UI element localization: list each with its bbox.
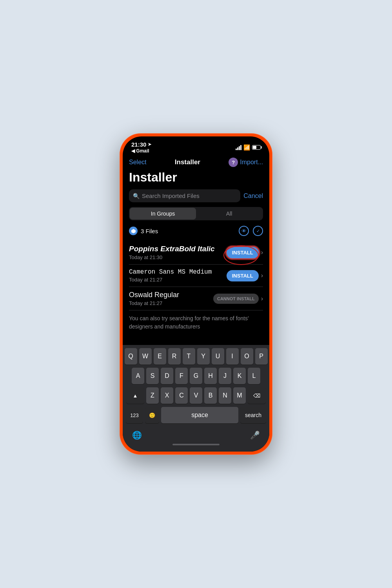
cannot-install-button: CANNOT INSTALL (213, 294, 259, 304)
key-q[interactable]: Q (125, 348, 137, 365)
page-title: Installer (129, 170, 263, 185)
font-name-poppins: Poppins ExtraBold Italic (129, 245, 223, 253)
font-name-cameron: Cameron Sans MS Medium (129, 269, 223, 276)
files-actions: 👁 ✓ (239, 226, 263, 236)
key-w[interactable]: W (139, 348, 152, 365)
battery-icon (252, 145, 261, 150)
key-j[interactable]: J (219, 368, 231, 384)
microphone-icon[interactable]: 🎤 (250, 430, 260, 440)
key-f[interactable]: F (175, 368, 188, 384)
import-label[interactable]: Import... (240, 159, 263, 166)
font-list: Poppins ExtraBold Italic Today at 21:30 … (129, 241, 263, 345)
shift-icon: ▲ (133, 393, 138, 399)
search-bar: 🔍 Cancel (129, 189, 263, 202)
key-z[interactable]: Z (146, 387, 159, 404)
eye-icon[interactable]: 👁 (239, 226, 249, 236)
search-icon: 🔍 (133, 193, 140, 199)
segment-in-groups[interactable]: In Groups (130, 208, 196, 220)
files-row: 3 Files 👁 ✓ (129, 226, 263, 236)
search-key-label: search (245, 412, 261, 418)
keyboard[interactable]: Q W E R T Y U I O P A S D F G H J K (123, 345, 269, 428)
key-a[interactable]: A (132, 368, 144, 384)
key-r[interactable]: R (168, 348, 181, 365)
globe-icon[interactable]: 🌐 (132, 430, 142, 440)
delete-key[interactable]: ⌫ (248, 387, 266, 404)
key-h[interactable]: H (204, 368, 217, 384)
key-g[interactable]: G (190, 368, 202, 384)
install-button-poppins[interactable]: INSTALL (227, 247, 259, 258)
chevron-icon-oswald: › (261, 295, 263, 302)
shift-key[interactable]: ▲ (126, 387, 144, 404)
keyboard-row-3: ▲ Z X C V B N M ⌫ (124, 387, 268, 404)
check-icon[interactable]: ✓ (253, 226, 263, 236)
key-y[interactable]: Y (197, 348, 210, 365)
content-area: Installer 🔍 Cancel In Groups All (123, 170, 269, 345)
nav-bar: Select Installer ? Import... (123, 155, 269, 170)
number-key[interactable]: 123 (126, 407, 143, 423)
select-button[interactable]: Select (129, 159, 146, 166)
search-key[interactable]: search (240, 407, 266, 423)
phone-screen: 21:30 ➤ ◀ Gmail 📶 Select (123, 136, 269, 452)
key-n[interactable]: N (219, 387, 231, 404)
segment-control: In Groups All (129, 207, 263, 220)
home-indicator (123, 441, 269, 452)
keyboard-row-2: A S D F G H J K L (124, 368, 268, 384)
key-i[interactable]: I (226, 348, 239, 365)
cancel-button[interactable]: Cancel (243, 192, 263, 200)
font-time-oswald: Today at 21:27 (129, 300, 209, 306)
key-o[interactable]: O (241, 348, 253, 365)
files-count: 3 Files (129, 227, 158, 235)
help-icon: ? (229, 158, 238, 167)
font-item-cameron: Cameron Sans MS Medium Today at 21:27 IN… (129, 265, 263, 287)
utility-row: 🌐 🎤 (123, 428, 269, 441)
wifi-icon: 📶 (243, 144, 250, 151)
nav-title: Installer (175, 158, 200, 166)
key-v[interactable]: V (190, 387, 202, 404)
key-d[interactable]: D (161, 368, 173, 384)
font-time-cameron: Today at 21:27 (129, 277, 223, 283)
key-t[interactable]: T (183, 348, 195, 365)
key-s[interactable]: S (146, 368, 159, 384)
install-button-cameron[interactable]: INSTALL (227, 270, 259, 281)
key-p[interactable]: P (255, 348, 268, 365)
keyboard-bottom-row: 123 🙂 space search (124, 407, 268, 423)
font-item-oswald: Oswald Regular Today at 21:27 CANNOT INS… (129, 287, 263, 310)
key-u[interactable]: U (212, 348, 224, 365)
signal-icon (236, 145, 241, 150)
chevron-icon-poppins: › (261, 249, 263, 256)
key-l[interactable]: L (248, 368, 260, 384)
status-time: 21:30 (131, 141, 146, 148)
delete-icon: ⌫ (253, 393, 260, 399)
key-k[interactable]: K (233, 368, 246, 384)
key-m[interactable]: M (233, 387, 246, 404)
font-time-poppins: Today at 21:30 (129, 254, 223, 260)
emoji-key[interactable]: 🙂 (145, 407, 159, 423)
space-key[interactable]: space (161, 407, 238, 423)
key-c[interactable]: C (175, 387, 188, 404)
back-label[interactable]: ◀ Gmail (131, 148, 151, 154)
import-button[interactable]: ? Import... (229, 158, 263, 167)
home-bar (172, 444, 220, 445)
segment-all[interactable]: All (196, 208, 262, 220)
keyboard-row-1: Q W E R T Y U I O P (124, 348, 268, 365)
key-e[interactable]: E (154, 348, 166, 365)
font-name-oswald: Oswald Regular (129, 291, 209, 299)
key-b[interactable]: B (204, 387, 217, 404)
search-input[interactable] (142, 192, 236, 199)
key-x[interactable]: X (161, 387, 173, 404)
location-icon: ➤ (148, 142, 151, 147)
status-bar: 21:30 ➤ ◀ Gmail 📶 (123, 136, 269, 155)
font-item-poppins: Poppins ExtraBold Italic Today at 21:30 … (129, 241, 263, 265)
search-hint: You can also try searching for the names… (129, 314, 263, 331)
phone-frame: 21:30 ➤ ◀ Gmail 📶 Select (120, 133, 272, 455)
files-icon (129, 227, 138, 235)
search-input-wrap[interactable]: 🔍 (129, 189, 240, 202)
chevron-icon-cameron: › (261, 272, 263, 279)
